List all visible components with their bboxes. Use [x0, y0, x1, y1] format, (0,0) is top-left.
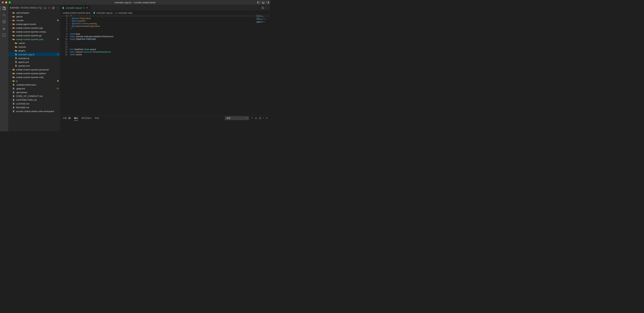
- clear-icon[interactable]: [259, 117, 261, 119]
- panel-tabs: 问题 2 输出 调试控制台 终端 任务: [60, 115, 270, 121]
- close-window-button[interactable]: [2, 1, 4, 3]
- tree-file[interactable]: .codeqlmanifest.json: [8, 83, 60, 87]
- tree-item-label: codeql-custom-queries-cpp: [16, 27, 60, 29]
- panel-terminal-tab[interactable]: 终端: [95, 117, 99, 120]
- activity-bar: QL: [0, 5, 8, 131]
- problems-count: 2: [68, 117, 71, 119]
- svg-rect-8: [3, 20, 4, 21]
- chevron-icon: ›: [10, 27, 12, 29]
- close-panel-icon[interactable]: ✕: [266, 117, 268, 119]
- tree-file[interactable]: example copy.qlU: [8, 52, 60, 56]
- tree-file[interactable]: README.md: [8, 105, 60, 109]
- chevron-icon: ›: [12, 42, 14, 44]
- file-icon: [12, 87, 15, 90]
- collapse-all-icon[interactable]: [52, 6, 55, 9]
- tree-item-label: README.md: [16, 106, 60, 109]
- tree-file[interactable]: vscode-codeql-starter.code-workspace: [8, 109, 60, 113]
- filter-icon[interactable]: [251, 117, 253, 119]
- tree-file[interactable]: example.ql: [8, 56, 60, 60]
- tree-item-label: .cache: [18, 42, 60, 44]
- folder-icon: [12, 72, 15, 74]
- folder-icon: [14, 46, 18, 48]
- tree-folder[interactable]: ›codeql-custom-queries-python: [8, 71, 60, 75]
- code-editor[interactable]: 12345678910111213141516 /** * @name Empt…: [60, 15, 270, 115]
- tree-file[interactable]: CONTRIBUTING.md: [8, 98, 60, 102]
- tree-file[interactable]: queries.xml: [8, 64, 60, 68]
- tree-folder[interactable]: ⌄codeql-custom-queries-java: [8, 37, 60, 41]
- panel-debug-console-tab[interactable]: 调试控制台: [81, 117, 92, 120]
- tree-item-label: .codeqlmanifest.json: [16, 83, 60, 86]
- panel-problems-tab[interactable]: 问题 2: [63, 117, 71, 120]
- docker-icon[interactable]: [2, 26, 6, 30]
- maximize-panel-icon[interactable]: ^: [263, 117, 264, 119]
- layout-right-sidebar-icon[interactable]: [266, 1, 269, 4]
- file-icon: [14, 57, 18, 59]
- modified-dot: [57, 20, 58, 21]
- file-icon: [12, 110, 15, 112]
- svg-point-6: [3, 14, 5, 16]
- search-icon[interactable]: [2, 13, 6, 17]
- breadcrumb-folder[interactable]: codeql-custom-queries-java: [63, 11, 90, 14]
- folder-icon: [12, 12, 15, 14]
- breadcrumb-file[interactable]: example copy.ql: [96, 11, 112, 14]
- minimize-window-button[interactable]: [5, 1, 7, 3]
- tree-folder[interactable]: ›codeql-custom-queries-ruby: [8, 75, 60, 79]
- tab-example-copy[interactable]: example copy.ql U ✕: [60, 5, 90, 11]
- new-file-icon[interactable]: [40, 6, 42, 9]
- tree-item-label: queries.xml: [18, 64, 60, 67]
- file-icon: [14, 61, 18, 63]
- tree-item-label: vscode-codeql-starter.code-workspace: [16, 110, 60, 113]
- tree-file[interactable]: LICENSE.md: [8, 102, 60, 105]
- tree-file[interactable]: CODE_OF_CONDUCT.md: [8, 94, 60, 98]
- extensions-icon[interactable]: [2, 20, 6, 24]
- breadcrumb-symbol[interactable]: example copy: [118, 11, 132, 14]
- tree-item-label: codeql-custom-queries-ruby: [16, 76, 60, 78]
- new-folder-icon[interactable]: [44, 6, 46, 9]
- chevron-icon: ›: [10, 80, 12, 82]
- tree-folder[interactable]: ›plugins: [8, 49, 60, 52]
- more-icon[interactable]: ⋯: [56, 6, 59, 9]
- tree-item-label: example copy.ql: [18, 53, 57, 56]
- tree-folder[interactable]: ›codeql-custom-queries-javascript: [8, 68, 60, 71]
- tree-folder[interactable]: ›.vscode: [8, 18, 60, 22]
- layout-panel-icon[interactable]: [262, 1, 264, 4]
- tree-folder[interactable]: ›ql: [8, 79, 60, 83]
- refresh-icon[interactable]: [48, 6, 51, 9]
- svg-rect-18: [255, 118, 257, 119]
- tree-folder[interactable]: ›codeql-agent-results: [8, 22, 60, 26]
- tree-folder[interactable]: ›codeql-custom-queries-go: [8, 33, 60, 37]
- title-actions: [257, 1, 269, 4]
- more-actions-icon[interactable]: ⋯: [266, 6, 268, 9]
- tree-item-label: .vscode: [16, 19, 57, 22]
- chevron-icon: ›: [10, 19, 12, 21]
- tree-file[interactable]: .gitmodules: [8, 90, 60, 94]
- output-channel-dropdown[interactable]: 任务: [225, 116, 249, 120]
- folder-icon: [12, 76, 15, 78]
- folder-icon: [12, 34, 15, 36]
- svg-text:QL: QL: [3, 34, 5, 36]
- tree-folder[interactable]: ›.github: [8, 15, 60, 18]
- titlebar: example copy.ql — vscode-codeql-starter: [0, 0, 270, 5]
- explorer-icon[interactable]: [0, 6, 8, 10]
- breadcrumbs[interactable]: codeql-custom-queries-java › example cop…: [60, 11, 270, 15]
- folder-icon: [14, 42, 18, 44]
- folder-icon: [12, 68, 15, 71]
- codeql-icon[interactable]: QL: [2, 33, 6, 37]
- lock-icon[interactable]: [255, 117, 257, 119]
- panel-output-tab[interactable]: 输出: [74, 117, 78, 120]
- zoom-window-button[interactable]: [8, 1, 11, 3]
- tree-folder[interactable]: ›.cache: [8, 41, 60, 45]
- svg-rect-3: [262, 3, 264, 3]
- tree-file[interactable]: qlpack.yml: [8, 60, 60, 64]
- tree-folder[interactable]: ›.devcontainer: [8, 11, 60, 15]
- layout-sidebar-icon[interactable]: [257, 1, 260, 4]
- compare-icon[interactable]: [261, 6, 264, 9]
- tree-item-label: codeql-agent-results: [16, 23, 60, 25]
- tree-folder[interactable]: ›mytools: [8, 45, 60, 49]
- close-tab-icon[interactable]: ✕: [86, 6, 88, 9]
- svg-rect-17: [263, 7, 264, 9]
- tree-folder[interactable]: ›codeql-custom-queries-cpp: [8, 26, 60, 30]
- tree-file[interactable]: .gitignoreM: [8, 87, 60, 90]
- code-content[interactable]: /** * @name Empty block * @kind problem …: [70, 15, 270, 115]
- tree-folder[interactable]: ›codeql-custom-queries-csharp: [8, 30, 60, 33]
